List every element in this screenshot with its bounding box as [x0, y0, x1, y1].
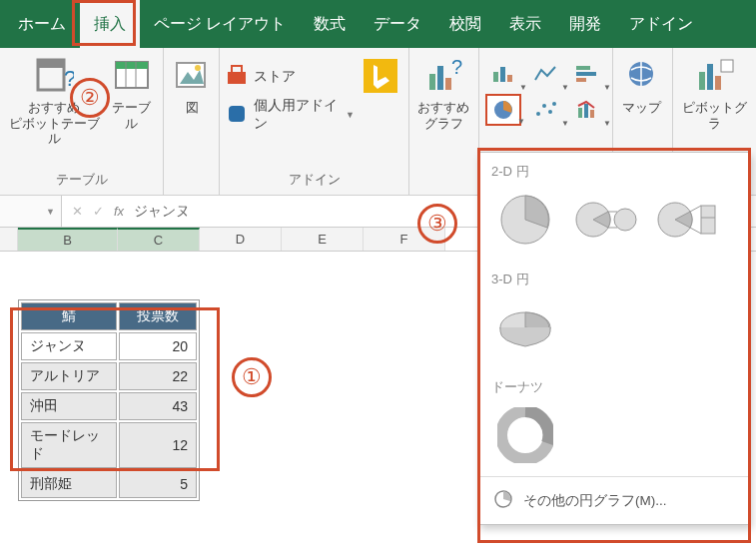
svg-rect-18	[493, 72, 498, 82]
col-header-b[interactable]: B	[18, 228, 118, 251]
table-header-votes[interactable]: 投票数	[119, 302, 197, 330]
more-pie-charts-label: その他の円グラフ(M)...	[523, 492, 667, 510]
bar-of-pie-option[interactable]	[657, 191, 721, 249]
chart-pie-button[interactable]: ▼	[485, 94, 521, 126]
svg-rect-19	[500, 67, 505, 82]
name-box[interactable]: ▼	[0, 196, 62, 227]
maps-button[interactable]: マップ	[619, 54, 663, 118]
svg-rect-4	[116, 62, 148, 69]
table-row: モードレッド12	[21, 422, 197, 468]
pivot-table-icon: ?	[34, 56, 74, 96]
tab-view[interactable]: 表示	[495, 0, 555, 48]
svg-rect-13	[364, 59, 397, 93]
svg-text:?: ?	[64, 66, 74, 91]
globe-icon	[621, 56, 661, 96]
pie-chart-dropdown: 2-D 円 3-D 円 ドーナツ その他の円グラフ(M)...	[478, 152, 750, 525]
svg-rect-30	[584, 104, 588, 118]
illustrations-label: 図	[186, 100, 199, 116]
pivot-chart-button[interactable]: ピボットグラ	[679, 54, 750, 133]
table-row: 沖田43	[21, 392, 197, 420]
svg-text:?: ?	[451, 56, 462, 78]
svg-rect-15	[437, 66, 443, 90]
pivot-chart-icon	[695, 56, 735, 96]
pie-3d-label: 3-D 円	[479, 261, 749, 292]
chevron-down-icon: ▼	[603, 83, 611, 92]
store-label: ストア	[254, 68, 296, 86]
more-pie-charts-button[interactable]: その他の円グラフ(M)...	[479, 476, 749, 524]
chevron-down-icon: ▼	[517, 117, 525, 126]
svg-rect-43	[701, 206, 715, 234]
illustrations-icon	[172, 56, 212, 96]
pie-2d-option[interactable]	[493, 191, 557, 249]
tab-page-layout[interactable]: ページ レイアウト	[140, 0, 300, 48]
bing-maps-button[interactable]	[359, 54, 402, 98]
chart-line-button[interactable]: ▼	[527, 58, 563, 90]
illustrations-button[interactable]: 図	[170, 54, 214, 118]
svg-rect-14	[429, 74, 435, 90]
formula-input[interactable]	[134, 204, 334, 220]
donut-option[interactable]	[493, 406, 557, 464]
chart-stock-button[interactable]: ▼	[569, 94, 605, 126]
svg-rect-1	[38, 60, 64, 68]
chevron-down-icon: ▼	[346, 110, 355, 120]
col-header-e[interactable]: E	[282, 228, 364, 251]
recommended-charts-button[interactable]: ? おすすめ グラフ	[415, 54, 471, 133]
chevron-down-icon: ▼	[603, 119, 611, 128]
table-header-name[interactable]: 鯖	[21, 302, 117, 330]
chevron-down-icon: ▼	[519, 83, 527, 92]
chart-column-button[interactable]: ▼	[485, 58, 521, 90]
svg-rect-31	[590, 110, 594, 118]
svg-point-25	[536, 112, 540, 116]
table-icon	[112, 56, 152, 96]
my-addins-button[interactable]: 個人用アドイン ▼	[226, 97, 355, 133]
recommended-charts-icon: ?	[423, 56, 463, 96]
pie-of-pie-option[interactable]	[575, 191, 639, 249]
tab-home[interactable]: ホーム	[4, 0, 80, 48]
svg-rect-16	[445, 78, 451, 90]
recommended-charts-label: おすすめ グラフ	[417, 100, 469, 131]
col-header-c[interactable]: C	[118, 228, 200, 251]
svg-rect-21	[576, 66, 590, 70]
recommended-pivot-button[interactable]: ? おすすめ ピボットテーブル	[6, 54, 103, 149]
svg-point-9	[195, 65, 201, 71]
pie-3d-option[interactable]	[493, 298, 557, 356]
svg-rect-35	[715, 76, 721, 90]
svg-point-26	[542, 104, 546, 108]
data-table[interactable]: 鯖 投票数 ジャンヌ20 アルトリア22 沖田43 モードレッド12 刑部姫5	[18, 299, 200, 501]
tab-review[interactable]: 校閲	[435, 0, 495, 48]
svg-rect-12	[229, 106, 245, 122]
svg-rect-23	[576, 78, 586, 82]
maps-label: マップ	[622, 100, 661, 116]
recommended-pivot-label: おすすめ ピボットテーブル	[8, 100, 101, 147]
cancel-icon[interactable]: ✕	[72, 204, 83, 219]
svg-point-39	[614, 209, 636, 231]
pie-icon	[493, 489, 513, 512]
table-row: ジャンヌ20	[21, 332, 197, 360]
pivot-chart-label: ピボットグラ	[681, 100, 748, 131]
chevron-down-icon: ▼	[561, 83, 569, 92]
bing-icon	[361, 56, 400, 96]
svg-rect-34	[707, 64, 713, 90]
fx-icon[interactable]: fx	[114, 204, 124, 219]
table-row: 刑部姫5	[21, 470, 197, 498]
chart-bar-button[interactable]: ▼	[569, 58, 605, 90]
table-row: アルトリア22	[21, 362, 197, 390]
svg-rect-22	[576, 72, 596, 76]
svg-rect-29	[578, 108, 582, 118]
table-button[interactable]: テーブル	[107, 54, 157, 133]
col-header-d[interactable]: D	[200, 228, 282, 251]
svg-line-46	[690, 228, 701, 234]
store-button[interactable]: ストア	[226, 64, 355, 89]
tab-addins[interactable]: アドイン	[615, 0, 707, 48]
tab-developer[interactable]: 開発	[555, 0, 615, 48]
svg-point-27	[548, 110, 552, 114]
tab-formulas[interactable]: 数式	[300, 0, 360, 48]
addin-icon	[226, 103, 248, 128]
svg-rect-33	[699, 72, 705, 90]
chart-scatter-button[interactable]: ▼	[527, 94, 563, 126]
enter-icon[interactable]: ✓	[93, 204, 104, 219]
col-header-f[interactable]: F	[364, 228, 445, 251]
svg-rect-36	[721, 60, 733, 72]
tab-insert[interactable]: 挿入	[80, 0, 140, 48]
tab-data[interactable]: データ	[360, 0, 435, 48]
